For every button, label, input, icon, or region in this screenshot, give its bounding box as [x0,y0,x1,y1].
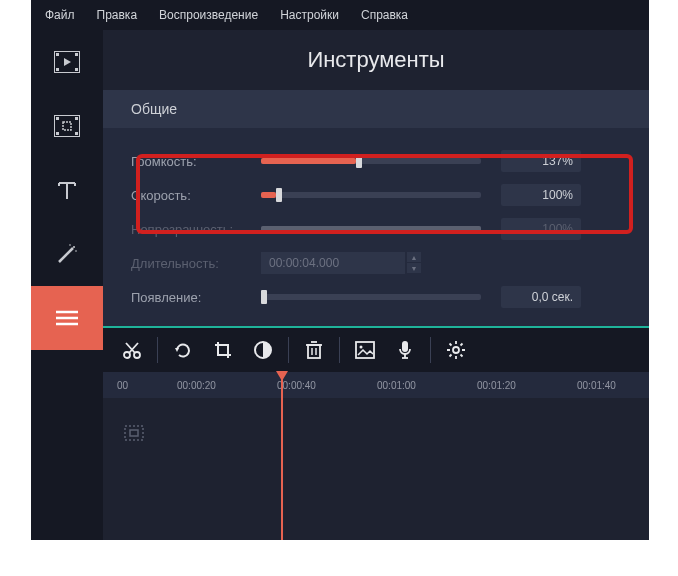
svg-rect-10 [75,132,78,135]
svg-point-13 [73,246,75,248]
track-icon-button[interactable] [119,420,149,446]
menu-file[interactable]: Файл [45,8,75,22]
filmstrip-crop-icon [54,115,80,137]
tab-crop-frame[interactable] [31,94,103,158]
label-opacity: Непрозрачность: [131,222,261,237]
row-duration: Длительность: 00:00:04.000 ▲▼ [131,246,621,280]
svg-point-14 [69,244,71,246]
ruler-tick: 00 [117,380,128,391]
svg-marker-5 [64,58,71,66]
label-appearance: Появление: [131,290,261,305]
microphone-icon [398,340,412,360]
value-volume[interactable]: 137% [501,150,581,172]
trash-icon [305,340,323,360]
image-button[interactable] [346,332,384,368]
svg-rect-37 [130,430,138,436]
row-volume: Громкость: 137% [131,144,621,178]
svg-rect-25 [308,345,320,358]
tab-video[interactable] [31,30,103,94]
svg-point-35 [453,347,459,353]
cut-button[interactable] [113,332,151,368]
svg-line-12 [59,248,73,262]
svg-rect-4 [75,68,78,71]
chip-icon [122,423,146,443]
svg-rect-7 [56,117,59,120]
row-appearance: Появление: 0,0 сек. [131,280,621,314]
svg-rect-36 [125,426,143,440]
row-speed: Скорость: 100% [131,178,621,212]
label-volume: Громкость: [131,154,261,169]
contrast-icon [253,340,273,360]
tab-menu[interactable] [31,286,103,350]
panel-header: Общие [103,90,649,128]
image-icon [355,341,375,359]
stepper-down-icon: ▼ [407,263,421,273]
mic-button[interactable] [386,332,424,368]
label-speed: Скорость: [131,188,261,203]
rotate-button[interactable] [164,332,202,368]
menu-help[interactable]: Справка [361,8,408,22]
slider-speed[interactable] [261,192,481,198]
svg-rect-3 [75,53,78,56]
svg-point-31 [360,346,363,349]
svg-rect-30 [356,342,374,358]
settings-button[interactable] [437,332,475,368]
svg-rect-8 [56,132,59,135]
menu-bar: Файл Правка Воспроизведение Настройки Сп… [31,0,649,30]
menu-settings[interactable]: Настройки [280,8,339,22]
toolbar [103,326,649,372]
duration-value: 00:00:04.000 [261,252,405,274]
general-panel: Общие Громкость: 137% Скорость: 100% Неп… [103,90,649,326]
svg-rect-9 [75,117,78,120]
value-speed[interactable]: 100% [501,184,581,206]
svg-rect-32 [402,341,408,352]
slider-opacity [261,226,481,232]
crop-icon [213,340,233,360]
svg-point-15 [75,250,77,252]
value-appearance[interactable]: 0,0 сек. [501,286,581,308]
slider-appearance[interactable] [261,294,481,300]
svg-rect-1 [56,53,59,56]
filmstrip-play-icon [54,51,80,73]
magic-wand-icon [55,242,79,266]
ruler-tick: 00:01:20 [477,380,516,391]
svg-rect-2 [56,68,59,71]
stepper-up-icon: ▲ [407,252,421,262]
duration-input: 00:00:04.000 ▲▼ [261,252,421,274]
value-opacity: 100% [501,218,581,240]
slider-volume[interactable] [261,158,481,164]
timeline-ruler[interactable]: 00 00:00:20 00:00:40 00:01:00 00:01:20 0… [103,372,649,398]
contrast-button[interactable] [244,332,282,368]
playhead[interactable] [281,372,283,540]
crop-button[interactable] [204,332,242,368]
rotate-icon [173,340,193,360]
text-icon [56,179,78,201]
ruler-tick: 00:01:00 [377,380,416,391]
svg-rect-11 [63,122,71,130]
delete-button[interactable] [295,332,333,368]
ruler-tick: 00:01:40 [577,380,616,391]
row-opacity: Непрозрачность: 100% [131,212,621,246]
ruler-tick: 00:00:20 [177,380,216,391]
gear-icon [446,340,466,360]
timeline[interactable]: 00 00:00:20 00:00:40 00:01:00 00:01:20 0… [103,372,649,540]
hamburger-icon [56,310,78,326]
scissors-icon [122,340,142,360]
left-sidebar [31,30,103,540]
page-title: Инструменты [103,30,649,90]
label-duration: Длительность: [131,256,261,271]
tab-magic[interactable] [31,222,103,286]
menu-edit[interactable]: Правка [97,8,138,22]
menu-playback[interactable]: Воспроизведение [159,8,258,22]
tab-text[interactable] [31,158,103,222]
svg-marker-23 [175,348,179,352]
